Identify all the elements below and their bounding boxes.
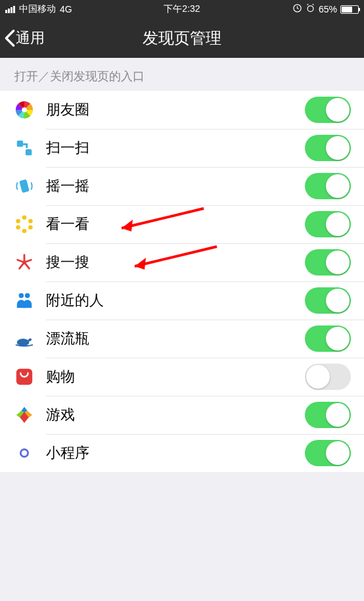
row-label: 购物 <box>46 367 305 387</box>
nav-bar: 通用 发现页管理 <box>0 18 364 58</box>
svg-point-10 <box>16 225 20 229</box>
row-shake: 摇一摇 <box>0 167 364 205</box>
row-games: 游戏 <box>0 396 364 434</box>
look-icon <box>13 213 35 235</box>
row-nearby: 附近的人 <box>0 281 364 320</box>
toggle-scan[interactable] <box>305 135 351 161</box>
row-label: 小程序 <box>46 443 305 463</box>
svg-point-11 <box>16 219 20 224</box>
miniprogram-icon <box>13 442 35 464</box>
svg-rect-5 <box>19 179 30 193</box>
toggle-search[interactable] <box>305 249 351 276</box>
section-hint: 打开／关闭发现页的入口 <box>0 58 364 91</box>
battery-percent: 65% <box>319 4 337 14</box>
row-label: 看一看 <box>46 214 305 234</box>
row-search: 搜一搜 <box>0 243 364 281</box>
back-label: 通用 <box>16 28 45 48</box>
chevron-left-icon <box>4 29 16 47</box>
games-icon <box>13 404 35 426</box>
settings-list: 朋友圈 扫一扫 摇一摇 <box>0 91 364 472</box>
svg-point-9 <box>22 229 27 233</box>
row-shopping: 购物 <box>0 358 364 396</box>
row-label: 扫一扫 <box>46 138 305 158</box>
toggle-moments[interactable] <box>305 97 351 123</box>
shake-icon <box>13 175 35 197</box>
page-title: 发现页管理 <box>0 28 364 49</box>
orientation-lock-icon <box>292 3 302 15</box>
shopping-icon <box>13 366 35 388</box>
toggle-look[interactable] <box>305 211 351 237</box>
toggle-bottle[interactable] <box>305 325 351 352</box>
svg-point-7 <box>28 219 33 224</box>
back-button[interactable]: 通用 <box>0 28 45 48</box>
row-miniprogram: 小程序 <box>0 434 364 472</box>
svg-point-2 <box>22 107 27 112</box>
svg-point-8 <box>28 225 33 229</box>
row-label: 摇一摇 <box>46 176 305 196</box>
status-time: 下午2:32 <box>123 3 240 15</box>
nearby-icon <box>13 289 35 312</box>
svg-point-17 <box>22 260 26 264</box>
network-label: 4G <box>60 4 72 14</box>
carrier-label: 中国移动 <box>19 3 56 15</box>
svg-rect-3 <box>17 141 23 147</box>
toggle-shake[interactable] <box>305 173 351 199</box>
svg-rect-4 <box>26 149 32 155</box>
toggle-nearby[interactable] <box>305 287 351 314</box>
row-label: 漂流瓶 <box>46 329 305 349</box>
toggle-shopping[interactable] <box>305 364 351 390</box>
toggle-games[interactable] <box>305 402 351 428</box>
toggle-miniprogram[interactable] <box>305 440 351 466</box>
signal-icon <box>5 6 15 13</box>
row-moments: 朋友圈 <box>0 91 364 129</box>
row-scan: 扫一扫 <box>0 129 364 167</box>
bottle-icon <box>13 327 35 350</box>
svg-point-1 <box>307 6 313 12</box>
scan-icon <box>13 137 35 159</box>
row-label: 游戏 <box>46 405 305 425</box>
row-label: 搜一搜 <box>46 252 305 272</box>
svg-point-19 <box>25 293 30 299</box>
svg-point-18 <box>19 293 24 299</box>
row-look: 看一看 <box>0 205 364 243</box>
row-label: 附近的人 <box>46 291 305 310</box>
battery-icon <box>340 5 359 14</box>
moments-icon <box>13 99 35 121</box>
status-bar: 中国移动 4G 下午2:32 65% <box>0 0 364 18</box>
search-icon <box>13 251 35 274</box>
row-label: 朋友圈 <box>46 100 305 120</box>
row-bottle: 漂流瓶 <box>0 320 364 358</box>
svg-point-6 <box>22 215 27 220</box>
alarm-icon <box>306 3 315 15</box>
